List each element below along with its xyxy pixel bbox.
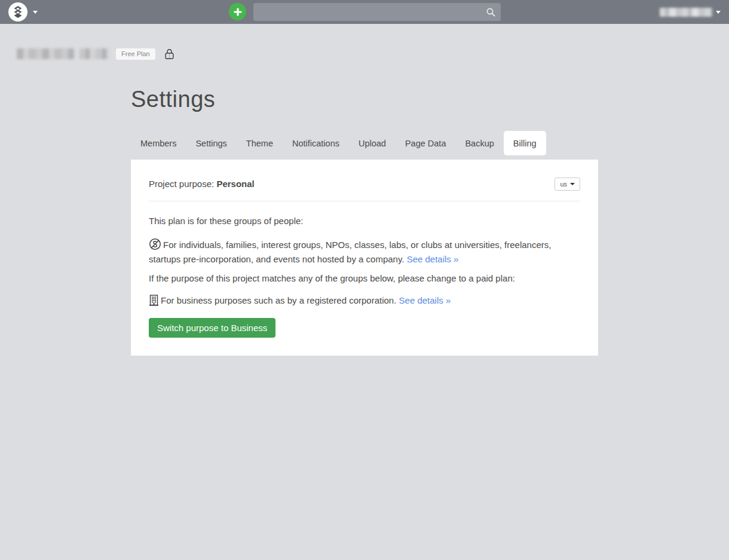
locale-dropdown-button[interactable]: us <box>555 178 580 191</box>
paid-plan-prompt: If the purpose of this project matches a… <box>149 273 580 285</box>
private-lock-icon <box>164 48 174 60</box>
tab-upload[interactable]: Upload <box>349 131 396 155</box>
project-header: Free Plan <box>17 47 174 60</box>
business-see-details-link[interactable]: See details » <box>399 295 451 305</box>
purpose-label: Project purpose: <box>149 179 214 189</box>
top-navbar <box>0 0 729 24</box>
new-page-button[interactable] <box>229 3 246 20</box>
project-name-redacted[interactable] <box>17 48 109 59</box>
locale-caret-icon <box>570 183 575 185</box>
personal-plan-description: For individuals, families, interest grou… <box>149 238 580 266</box>
business-plan-description: For business purposes such as by a regis… <box>149 295 580 310</box>
tab-page-data[interactable]: Page Data <box>396 131 456 155</box>
purpose-value: Personal <box>216 179 254 189</box>
tab-settings[interactable]: Settings <box>186 131 236 155</box>
locale-dropdown-label: us <box>560 180 567 188</box>
tab-backup[interactable]: Backup <box>455 131 503 155</box>
business-plan-text: For business purposes such as by a regis… <box>161 295 396 305</box>
billing-panel: Project purpose: Personal us This plan i… <box>131 160 598 356</box>
switch-purpose-button[interactable]: Switch purpose to Business <box>149 318 275 338</box>
search-input[interactable] <box>253 3 501 21</box>
tab-members[interactable]: Members <box>131 131 186 155</box>
search-icon[interactable] <box>486 7 496 20</box>
project-purpose-text: Project purpose: Personal <box>149 178 255 191</box>
search-box <box>253 3 501 21</box>
page-title: Settings <box>131 86 598 112</box>
office-building-icon <box>149 295 159 310</box>
project-name-word-redacted <box>79 48 109 59</box>
divider <box>149 201 580 201</box>
user-name-redacted <box>660 8 712 17</box>
personal-see-details-link[interactable]: See details » <box>407 254 459 264</box>
user-menu-caret-icon <box>716 11 721 14</box>
app-logo-button[interactable] <box>8 2 27 22</box>
settings-tabs: Members Settings Theme Notifications Upl… <box>131 131 598 155</box>
project-purpose-row: Project purpose: Personal us <box>149 178 580 191</box>
main-content: Settings Members Settings Theme Notifica… <box>131 86 598 356</box>
project-switcher-caret-icon[interactable] <box>33 11 38 14</box>
scrapbox-logo-icon <box>11 5 24 19</box>
tab-theme[interactable]: Theme <box>237 131 283 155</box>
tab-notifications[interactable]: Notifications <box>283 131 349 155</box>
user-menu-button[interactable] <box>660 0 721 24</box>
plan-badge: Free Plan <box>116 48 155 60</box>
tab-billing[interactable]: Billing <box>504 131 546 155</box>
no-money-icon <box>149 238 161 254</box>
project-name-word-redacted <box>17 48 74 59</box>
personal-plan-text: For individuals, families, interest grou… <box>149 240 551 265</box>
plan-intro-text: This plan is for these groups of people: <box>149 215 580 228</box>
plus-icon <box>233 7 243 17</box>
